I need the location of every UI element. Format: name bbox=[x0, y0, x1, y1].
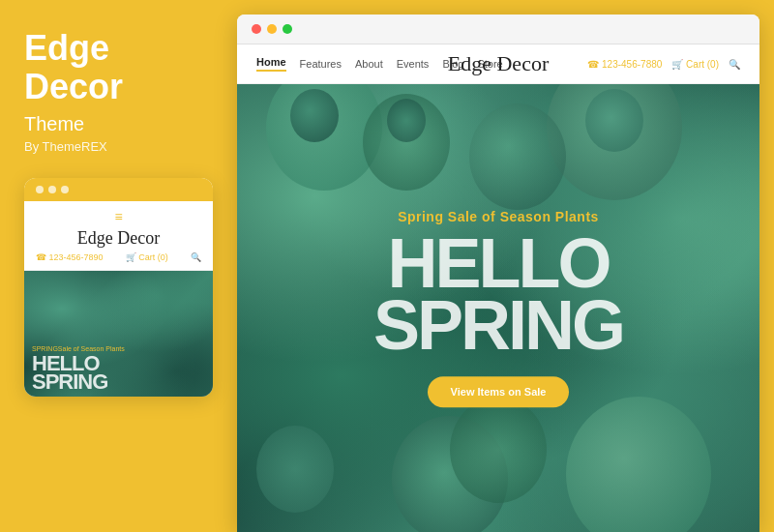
sidebar-subtitle: Theme bbox=[24, 113, 213, 135]
mobile-hero-text: SPRINGSale of Season Plants HELLO SPRING bbox=[32, 345, 205, 393]
hero-content: Spring Sale of Season Plants HELLO SPRIN… bbox=[237, 209, 759, 408]
hero-title: HELLO SPRING bbox=[237, 232, 759, 358]
mobile-preview-card: ≡ Edge Decor ☎ 123-456-7890 🛒 Cart (0) 🔍… bbox=[24, 178, 213, 397]
browser-minimize-dot bbox=[267, 24, 277, 34]
mobile-phone: ☎ 123-456-7890 bbox=[36, 252, 104, 262]
nav-home[interactable]: Home bbox=[256, 56, 286, 72]
mobile-card-header bbox=[24, 178, 213, 201]
mobile-hero: SPRINGSale of Season Plants HELLO SPRING bbox=[24, 271, 213, 397]
hero-tagline: Spring Sale of Season Plants bbox=[237, 209, 759, 224]
nav-search-icon[interactable]: 🔍 bbox=[729, 59, 740, 70]
mobile-dot-1 bbox=[36, 186, 44, 193]
browser-window: Home Features About Events Blog Store Ed… bbox=[237, 15, 759, 532]
mobile-search-icon: 🔍 bbox=[191, 252, 201, 262]
hero-section: Spring Sale of Season Plants HELLO SPRIN… bbox=[237, 84, 759, 532]
sidebar-title: Edge Decor bbox=[24, 29, 213, 105]
nav-phone: ☎ 123-456-7880 bbox=[587, 59, 662, 70]
plant-7 bbox=[566, 397, 711, 532]
nav-cart: 🛒 Cart (0) bbox=[671, 59, 719, 70]
plant-8 bbox=[450, 397, 547, 503]
mobile-info: ☎ 123-456-7890 🛒 Cart (0) 🔍 bbox=[36, 252, 201, 262]
nav-about[interactable]: About bbox=[355, 58, 383, 70]
nav-events[interactable]: Events bbox=[397, 58, 430, 70]
mobile-cart: 🛒 Cart (0) bbox=[126, 252, 168, 262]
nav-right: ☎ 123-456-7880 🛒 Cart (0) 🔍 bbox=[587, 59, 740, 70]
hero-spring: SPRING bbox=[237, 295, 759, 358]
plant-detail-2 bbox=[387, 99, 426, 142]
browser-titlebar bbox=[237, 15, 759, 44]
mobile-logo: Edge Decor bbox=[36, 228, 201, 249]
mobile-nav: ≡ Edge Decor ☎ 123-456-7890 🛒 Cart (0) 🔍 bbox=[24, 201, 213, 271]
nav-features[interactable]: Features bbox=[300, 58, 342, 70]
hero-hello: HELLO bbox=[237, 232, 759, 295]
plant-5 bbox=[256, 426, 334, 513]
browser-maximize-dot bbox=[283, 24, 292, 34]
website-nav: Home Features About Events Blog Store Ed… bbox=[237, 44, 759, 84]
plant-detail-3 bbox=[585, 89, 643, 152]
hamburger-icon: ≡ bbox=[36, 209, 201, 224]
browser-close-dot bbox=[252, 24, 261, 34]
sidebar-by: By ThemeREX bbox=[24, 139, 213, 154]
website-logo: Edge Decor bbox=[448, 51, 549, 76]
mobile-dot-3 bbox=[61, 186, 69, 193]
plant-4 bbox=[469, 103, 566, 210]
plant-detail-1 bbox=[290, 89, 339, 142]
sidebar: Edge Decor Theme By ThemeREX ≡ Edge Deco… bbox=[0, 0, 237, 532]
hero-cta-button[interactable]: View Items on Sale bbox=[428, 376, 570, 407]
mobile-hello: HELLO SPRING bbox=[32, 354, 205, 393]
mobile-dot-2 bbox=[48, 186, 56, 193]
